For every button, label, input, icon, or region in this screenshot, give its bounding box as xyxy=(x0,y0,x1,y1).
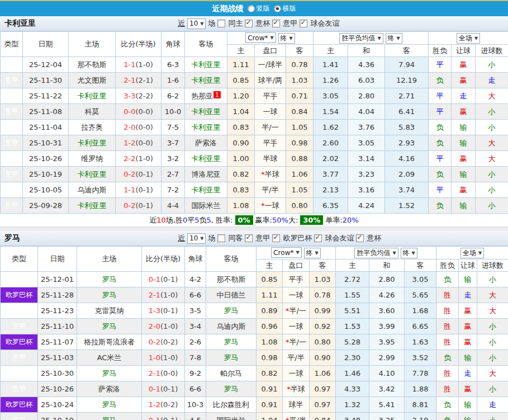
odds-final-select[interactable]: 终▼ xyxy=(304,248,321,258)
competition-label[interactable]: 意杯 xyxy=(255,18,270,29)
competition-label[interactable]: 球会友谊 xyxy=(310,18,339,29)
bookmaker-select[interactable]: Crow*▼ xyxy=(271,247,301,258)
halftime-score: (0-1) xyxy=(160,275,178,284)
away-odds-cell: 1.03 xyxy=(286,73,314,88)
home-team-cell: 尤文图斯 xyxy=(69,73,116,88)
result-goals-cell: 大 xyxy=(477,366,508,381)
odds-final-select[interactable]: 终▼ xyxy=(278,33,295,44)
avg-select[interactable]: 胜平负均值▼ xyxy=(339,33,383,44)
corner-cell: 4-2 xyxy=(185,272,206,287)
home-odds-cell: 0.91 xyxy=(257,381,283,397)
away-team-name: 乌迪内斯 xyxy=(217,322,246,331)
match-count-select[interactable]: 10▼ xyxy=(187,18,206,29)
home-team-cell: 科莫 xyxy=(69,104,116,120)
bookmaker-select[interactable]: Crow*▼ xyxy=(245,32,276,43)
fulltime-score: 1-3 xyxy=(149,306,160,315)
league-cell: 意甲 xyxy=(1,366,38,381)
result-wdl-cell: 负 xyxy=(436,397,459,413)
competition-checkbox[interactable] xyxy=(356,234,364,242)
recent-link[interactable]: 近 xyxy=(178,18,185,29)
competition-label[interactable]: 意杯 xyxy=(367,233,381,243)
avg-draw-cell: 2.80 xyxy=(369,272,405,287)
competition-checkbox[interactable] xyxy=(300,20,307,27)
match-count-select-label[interactable]: 10 xyxy=(189,234,198,242)
avg-final-select[interactable]: 终▼ xyxy=(401,248,417,258)
avg-select-label[interactable]: 胜平负均值 xyxy=(357,248,390,258)
radio-horizontal-label[interactable]: 横版 xyxy=(283,4,296,13)
competition-checkbox[interactable] xyxy=(314,234,322,242)
odds-final-select-label[interactable]: 终 xyxy=(306,248,313,258)
away-team-cell: 卡利亚里 xyxy=(185,120,227,135)
matches-label: 场 xyxy=(208,18,215,29)
result-wdl: 负 xyxy=(436,139,444,147)
competition-checkbox[interactable] xyxy=(272,234,280,242)
avg-select-label[interactable]: 胜平负均值 xyxy=(341,34,375,43)
competition-label[interactable]: 意甲 xyxy=(255,233,270,243)
avg-home-cell: 5.51 xyxy=(336,303,369,319)
away-team-name: 萨索洛 xyxy=(195,139,217,147)
avg-final-select[interactable]: 终▼ xyxy=(386,33,402,44)
competition-checkbox[interactable] xyxy=(245,234,253,242)
odds-final-select-label[interactable]: 终 xyxy=(281,34,287,43)
same-venue-label[interactable]: 同客 xyxy=(228,233,243,243)
result-wdl: 胜 xyxy=(444,369,451,377)
corner-cell: 2-6 xyxy=(185,334,206,350)
radio-icon[interactable] xyxy=(248,5,255,12)
result-handicap-cell: 输 xyxy=(459,272,477,287)
avg-away-cell: 3.74 xyxy=(385,182,429,198)
radio-vertical-label[interactable]: 竖版 xyxy=(257,4,270,13)
same-venue-checkbox[interactable] xyxy=(217,234,225,242)
radio-checked-icon[interactable] xyxy=(274,5,281,12)
sub-column-header: 主 xyxy=(257,259,283,272)
home-team-cell: 克雷莫纳 xyxy=(77,303,142,319)
fulltime-score: 1-2 xyxy=(149,400,160,409)
away-odds-cell: 0.97 xyxy=(310,381,336,397)
avg-final-select-label[interactable]: 终 xyxy=(388,34,395,43)
fulltime-score: 3-3 xyxy=(124,92,135,100)
result-wdl: 胜 xyxy=(444,291,451,299)
league-cell: 欧罗巴杯 xyxy=(1,287,38,303)
away-team-cell: 那不勒斯 xyxy=(206,272,257,287)
result-goals-cell: 小 xyxy=(477,334,508,350)
summary-text: 平 xyxy=(187,215,194,225)
same-venue-label[interactable]: 同主 xyxy=(228,18,243,29)
table-row: 意甲25-12-01罗马0-1(0-1)4-2那不勒斯0.85平手1.032.7… xyxy=(1,272,508,287)
layout-horizontal-radio[interactable]: 横版 xyxy=(274,4,296,13)
avg-final-select-label[interactable]: 终 xyxy=(403,248,410,258)
recent-link[interactable]: 近 xyxy=(178,233,185,243)
result-goals: 小 xyxy=(488,123,496,131)
result-wdl-cell: 负 xyxy=(429,135,452,151)
fulltime-score: 2-0 xyxy=(149,322,160,331)
result-goals-cell: 走 xyxy=(477,397,508,413)
match-count-select[interactable]: 10▼ xyxy=(187,233,206,244)
result-group-header: 全场▼ xyxy=(429,32,508,45)
scope-select[interactable]: 全场▼ xyxy=(460,248,484,258)
away-team-cell: 乌迪内斯 xyxy=(206,319,257,334)
result-wdl-cell: 负 xyxy=(436,350,459,366)
chevron-down-icon: ▼ xyxy=(200,21,203,26)
result-goals: 小 xyxy=(489,322,496,331)
result-goals-cell: 小 xyxy=(477,319,508,334)
date-cell: 25-10-30 xyxy=(38,366,77,381)
date-cell: 25-10-19 xyxy=(23,167,69,182)
result-goals: 走 xyxy=(488,76,496,84)
competition-checkbox[interactable] xyxy=(245,20,253,27)
fulltime-score: 2-0 xyxy=(124,123,135,131)
same-venue-checkbox[interactable] xyxy=(217,20,225,27)
scope-select[interactable]: 全场▼ xyxy=(457,33,480,44)
competition-label[interactable]: 球会友谊 xyxy=(325,233,354,243)
scope-select-label[interactable]: 全场 xyxy=(459,34,472,43)
avg-select[interactable]: 胜平负均值▼ xyxy=(354,248,398,258)
bookmaker-select-label[interactable]: Crow* xyxy=(248,34,268,42)
result-handicap-cell: 输 xyxy=(459,397,477,413)
match-count-select-label[interactable]: 10 xyxy=(189,20,198,27)
competition-checkbox[interactable] xyxy=(272,20,280,27)
bookmaker-select-label[interactable]: Crow* xyxy=(273,249,293,257)
competition-label[interactable]: 意甲 xyxy=(283,18,297,29)
scope-select-label[interactable]: 全场 xyxy=(463,248,476,258)
halftime-score: (0-1) xyxy=(160,385,178,393)
competition-label[interactable]: 欧罗巴杯 xyxy=(283,233,312,243)
handicap-cell: *一球 xyxy=(255,198,286,214)
layout-vertical-radio[interactable]: 竖版 xyxy=(248,4,270,13)
handicap-cell: 半/一 xyxy=(255,120,286,135)
